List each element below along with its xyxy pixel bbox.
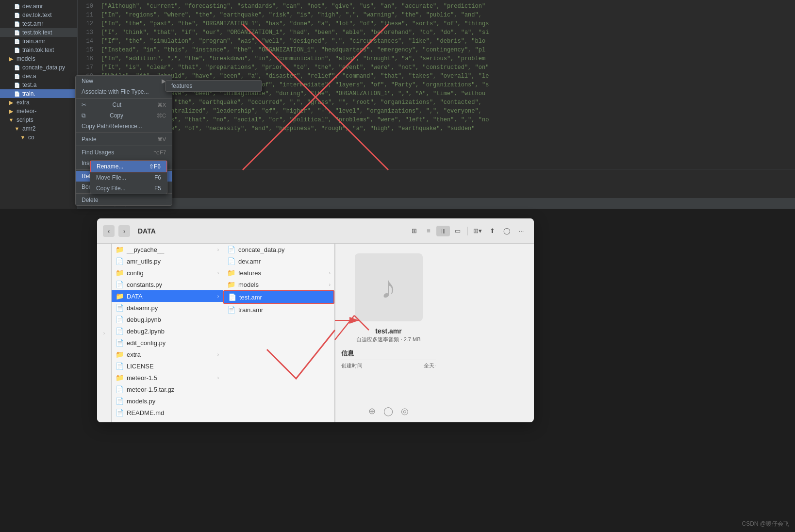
train-tok-label: train.tok.text [22, 47, 54, 53]
more-button[interactable]: ··· [514, 226, 528, 236]
sidebar-item-train-tok[interactable]: 📄 train.tok.text [0, 46, 77, 54]
finder-row-models[interactable]: 📁 models › [223, 279, 334, 290]
new-submenu-features[interactable]: features [166, 81, 262, 91]
arrow-icon: › [217, 375, 219, 381]
finder-view-buttons: ⊞ ≡ ⫼ ▭ ⊞▾ ⬆ ◯ ··· [407, 226, 528, 236]
finder-row-extra[interactable]: 📁 extra › [112, 349, 223, 360]
finder-row-train-amr[interactable]: 📄 train.amr [223, 304, 334, 316]
grid-view-button[interactable]: ⊞ [407, 226, 421, 236]
finder-window: ‹ › DATA ⊞ ≡ ⫼ ▭ ⊞▾ ⬆ ◯ ··· › 📁 __pycach… [97, 218, 534, 422]
code-line-10: ["Although", "current", "forecasting", "… [101, 2, 791, 11]
folder-icon: 📁 [116, 374, 124, 382]
finder-row-edit-config[interactable]: 📄 edit_config.py [112, 337, 223, 349]
sidebar-item-extra[interactable]: ▶ extra [0, 98, 77, 107]
file-icon: 📄 [116, 385, 124, 393]
menu-item-delete[interactable]: Delete [76, 195, 172, 205]
menu-separator-3 [76, 146, 172, 146]
gallery-view-button[interactable]: ▭ [451, 226, 464, 236]
finder-row-features[interactable]: 📁 features › [223, 267, 334, 279]
group-button[interactable]: ⊞▾ [471, 226, 484, 236]
sidebar-item-amr2[interactable]: ▼ amr2 [0, 124, 77, 133]
finder-forward-button[interactable]: › [118, 225, 130, 237]
code-line-13: ["I", "think", "that", "if", "our", "ORG… [101, 28, 791, 37]
code-line-23: ["It", "is", "obvious", "that", "no", "s… [101, 116, 791, 124]
finder-row-readme[interactable]: 📄 README.md [112, 407, 223, 418]
sidebar-item-co[interactable]: ▼ co [0, 133, 77, 142]
submenu-rename[interactable]: Rename... ⇧F6 [90, 161, 167, 172]
file-icon: 📄 [14, 82, 20, 88]
sidebar-item-train-dot[interactable]: 📄 train. [0, 89, 77, 98]
finder-row-license[interactable]: 📄 LICENSE [112, 360, 223, 372]
sidebar-item-testa[interactable]: 📄 test.a [0, 81, 77, 89]
folder-icon: ▼ [14, 125, 20, 132]
code-line-21: ["As", "soon", "as", "the", "earthquake"… [101, 98, 791, 107]
column-view-button[interactable]: ⫼ [436, 226, 450, 236]
finder-preview: ♪ test.amr 自适应多速率音频 · 2.7 MB 信息 创建时间 全天·… [335, 244, 442, 422]
sidebar-item-test-amr[interactable]: 📄 test.amr [0, 19, 77, 28]
finder-row-debug2[interactable]: 📄 debug2.ipynb [112, 325, 223, 337]
menu-item-paste[interactable]: Paste ⌘V [76, 134, 172, 145]
finder-row-meteor-tar[interactable]: 📄 meteor-1.5.tar.gz [112, 383, 223, 395]
folder-icon: 📁 [116, 269, 124, 277]
terminal-content3: Exception ign [82, 191, 791, 197]
menu-item-copy[interactable]: ⧉ Copy ⌘C [76, 110, 172, 121]
folder-icon: 📁 [116, 292, 124, 300]
folder-icon: 📁 [116, 246, 124, 253]
finder-row-constants[interactable]: 📄 constants.py [112, 279, 223, 290]
code-line-12: ["In", "the", "past", "the", "ORGANIZATI… [101, 19, 791, 28]
file-icon: 📄 [227, 257, 235, 265]
file-icon: 📄 [116, 281, 124, 288]
file-icon: 📄 [227, 246, 235, 253]
submenu-copy-file[interactable]: Copy File... F5 [90, 183, 167, 194]
finder-row-dataamr[interactable]: 📄 dataamr.py [112, 302, 223, 314]
menu-item-cut[interactable]: ✂ Cut ⌘X [76, 100, 172, 110]
file-icon: 📄 [116, 397, 124, 405]
finder-col-1: 📁 __pycache__ › 📄 amr_utils.py 📁 config … [112, 244, 223, 422]
finder-back-button[interactable]: ‹ [103, 225, 115, 237]
code-line-11: ["In", "regions", "where", "the", "earth… [101, 11, 791, 19]
tag-button[interactable]: ◯ [500, 226, 513, 236]
finder-row-models-py[interactable]: 📄 models.py [112, 395, 223, 407]
sidebar-item-deva[interactable]: 📄 dev.a [0, 72, 77, 81]
info-row-label: 创建时间 [341, 362, 363, 369]
menu-item-new[interactable]: New ▶ [76, 76, 172, 86]
file-icon: 📄 [14, 29, 20, 36]
menu-item-find-usages[interactable]: Find Usages ⌥F7 [76, 147, 172, 158]
new-submenu: features [165, 80, 262, 92]
arrow-icon: › [217, 294, 219, 299]
sidebar-item-concate[interactable]: 📄 concate_data.py [0, 63, 77, 72]
sidebar-item-test-tok[interactable]: 📄 test.tok.text [0, 28, 77, 37]
terminal-content2: KeyboardInterr [82, 185, 791, 191]
sidebar-item-scripts[interactable]: ▼ scripts [0, 116, 77, 124]
finder-row-amr-utils[interactable]: 📄 amr_utils.py [112, 255, 223, 267]
list-view-button[interactable]: ≡ [422, 226, 435, 236]
terminal-bar: Terminal: Local allow_unr KeyboardInterr… [78, 169, 795, 198]
nav-placeholder: › [97, 329, 111, 338]
finder-col-2: 📄 concate_data.py 📄 dev.amr 📁 features ›… [223, 244, 335, 422]
file-icon: 📄 [14, 90, 20, 97]
submenu-move-file[interactable]: Move File... F6 [90, 172, 167, 183]
menu-item-associate[interactable]: Associate with File Type... [76, 86, 172, 97]
finder-row-dev-amr[interactable]: 📄 dev.amr [223, 255, 334, 267]
share-button[interactable]: ⬆ [485, 226, 499, 236]
terminal-label: Terminal: Local [82, 171, 791, 177]
finder-row-meteor15[interactable]: 📁 meteor-1.5 › [112, 372, 223, 383]
finder-row-config[interactable]: 📁 config › [112, 267, 223, 279]
info-row-value: 全天· [424, 362, 436, 369]
finder-row-test-amr[interactable]: 📄 test.amr [223, 290, 334, 304]
menu-item-copy-path[interactable]: Copy Path/Reference... [76, 121, 172, 132]
sidebar-item-models[interactable]: ▶ models [0, 54, 77, 63]
sidebar-item-dev-amr[interactable]: 📄 dev.amr [0, 2, 77, 11]
finder-row-concate[interactable]: 📄 concate_data.py [223, 244, 334, 255]
file-icon: 📄 [116, 339, 124, 347]
finder-row-debug[interactable]: 📄 debug.ipynb [112, 314, 223, 325]
code-line-17: ["It", "is", "clear", "that", "preparati… [101, 63, 791, 72]
sidebar-item-dev-tok[interactable]: 📄 dev.tok.text [0, 11, 77, 19]
sidebar-item-train-amr[interactable]: 📄 train.amr [0, 37, 77, 46]
finder-row-pycache[interactable]: 📁 __pycache__ › [112, 244, 223, 255]
arrow-icon: › [329, 282, 331, 287]
preview-filename: test.amr [375, 327, 401, 335]
sidebar-item-meteor[interactable]: ▶ meteor- [0, 107, 77, 116]
finder-row-data[interactable]: 📁 DATA › [112, 290, 223, 302]
code-line-22: ["Under", "the", "centralized", "leaders… [101, 107, 791, 116]
